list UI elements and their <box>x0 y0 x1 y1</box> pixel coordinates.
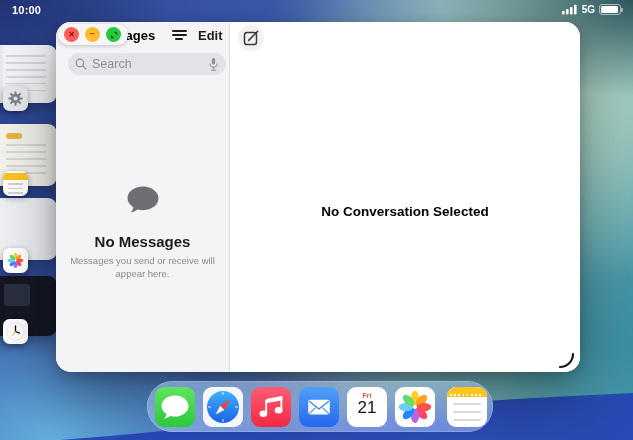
safari-compass-icon <box>203 387 243 427</box>
search-field[interactable]: Search <box>68 53 226 75</box>
dock-icon-mail[interactable] <box>299 387 339 427</box>
search-icon <box>75 58 87 70</box>
dock: Fri 21 <box>147 381 493 432</box>
dock-icon-messages[interactable] <box>155 387 195 427</box>
fullscreen-arrows-icon <box>110 31 118 39</box>
empty-state-title: No Messages <box>56 233 229 250</box>
network-type-label: 5G <box>582 4 595 15</box>
notes-app-icon <box>3 171 28 196</box>
edit-button[interactable]: Edit <box>198 28 223 43</box>
clock-time: 10:00 <box>12 4 41 16</box>
close-button[interactable]: ✕ <box>64 27 79 42</box>
dock-icon-music[interactable] <box>251 387 291 427</box>
window-resize-handle[interactable] <box>558 352 576 370</box>
no-conversation-label: No Conversation Selected <box>321 204 488 219</box>
minimize-button[interactable]: − <box>85 27 100 42</box>
photos-flower-icon <box>395 387 435 427</box>
cellular-signal-icon <box>562 4 578 15</box>
compose-icon <box>238 25 264 51</box>
filters-button[interactable] <box>169 30 189 46</box>
dock-icon-safari[interactable] <box>203 387 243 427</box>
music-note-icon <box>251 387 291 427</box>
messages-sidebar: Messages ✕ − Edit Search <box>56 22 230 372</box>
conversation-pane: No Conversation Selected <box>230 22 580 372</box>
traffic-light-controls: ✕ − <box>58 24 128 45</box>
battery-icon <box>599 4 621 15</box>
dictation-mic-icon[interactable] <box>208 57 219 72</box>
zoom-button[interactable] <box>106 27 121 42</box>
notes-yellow-band <box>447 387 487 397</box>
messages-window: Messages ✕ − Edit Search <box>56 22 580 372</box>
empty-state-subtitle: Messages you send or receive will appear… <box>64 254 222 281</box>
dock-icon-calendar[interactable]: Fri 21 <box>347 387 387 427</box>
dock-icon-notes[interactable] <box>447 387 487 427</box>
clock-app-icon <box>3 319 28 344</box>
calendar-day: 21 <box>347 399 387 418</box>
dock-icon-photos[interactable] <box>395 387 435 427</box>
ipad-screen: 10:00 5G <box>0 0 633 440</box>
chat-bubble-icon <box>122 184 164 220</box>
status-bar: 10:00 5G <box>0 0 633 20</box>
sidebar-empty-state: No Messages Messages you send or receive… <box>56 184 229 281</box>
mail-envelope-icon <box>299 387 339 427</box>
messages-bubble-icon <box>155 387 195 427</box>
photos-flower-icon <box>3 248 28 273</box>
search-placeholder: Search <box>92 57 203 71</box>
settings-gear-icon <box>3 86 28 111</box>
compose-button[interactable] <box>238 25 264 51</box>
